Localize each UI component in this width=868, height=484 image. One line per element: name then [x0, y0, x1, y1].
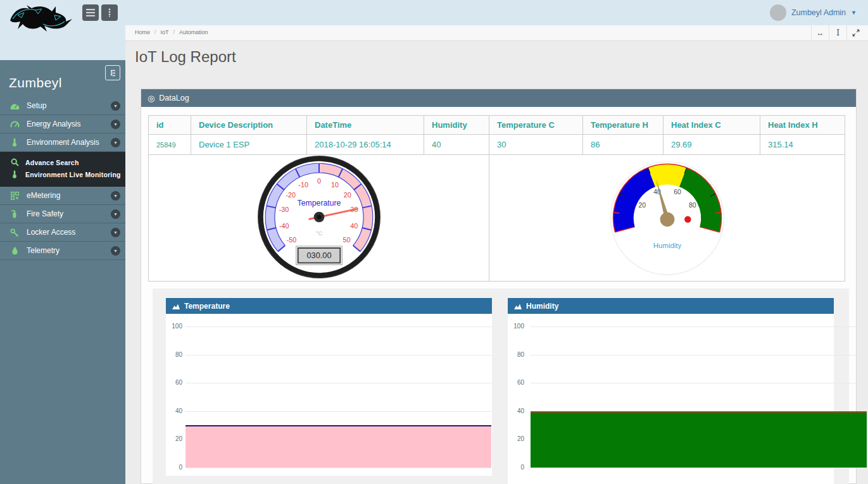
fullscreen-icon[interactable]: [846, 25, 864, 40]
sidebar-item-label: Setup: [27, 101, 46, 110]
y-tick: 100: [166, 323, 182, 330]
svg-text:-10: -10: [298, 181, 308, 189]
sidebar-item-energy-analysis[interactable]: Energy Analysis ▼: [0, 115, 125, 133]
column-header-device-description: Device Description: [191, 116, 307, 135]
sidebar-item-label: Energy Analysis: [27, 120, 80, 128]
cell-heat-index-c: 29.69: [664, 135, 760, 155]
chevron-down-icon[interactable]: ▼: [111, 120, 120, 129]
brand-name: Zumbeyl: [9, 75, 62, 90]
sidebar-subitem-label: Environment Live Monitoring: [25, 171, 121, 178]
user-menu[interactable]: Zumbeyl Admin ▼: [770, 4, 857, 22]
vertical-ibeam-icon[interactable]: I: [829, 25, 846, 40]
cell-device-description: Device 1 ESP: [191, 135, 307, 155]
gauge-icon: [9, 120, 20, 128]
chevron-down-icon[interactable]: ▼: [111, 191, 120, 201]
sidebar-item-emetering[interactable]: eMetering ▼: [0, 187, 125, 205]
breadcrumb-bar: Home / IoT / Automation ↔ I: [125, 25, 868, 41]
column-header-heat-index-c: Heat Index C: [664, 116, 760, 135]
cell-temperature-h: 86: [583, 135, 664, 155]
svg-text:20: 20: [343, 191, 351, 199]
y-tick: 20: [508, 435, 524, 442]
sidebar-item-environment-live-monitoring[interactable]: Environment Live Monitoring: [0, 168, 125, 180]
datalog-panel-header: ◎ DataLog: [141, 89, 856, 107]
column-header-temperature-h: Temperature H: [583, 116, 664, 135]
user-name: Zumbeyl Admin: [791, 8, 846, 17]
column-header-datetime: DateTime: [307, 116, 424, 135]
sidebar-brand-row: Zumbeyl: [0, 60, 125, 97]
cell-heat-index-h: 315.14: [760, 135, 845, 155]
svg-text:80: 80: [688, 202, 696, 209]
horizontal-resize-icon[interactable]: ↔: [811, 25, 829, 40]
column-header-humidity: Humidity: [424, 116, 489, 135]
y-tick: 80: [166, 351, 182, 358]
app-root: Zumbeyl Admin ▼ Zumbeyl: [0, 0, 868, 484]
svg-text:50: 50: [343, 236, 350, 244]
sidebar-item-setup[interactable]: Setup ▼: [0, 97, 125, 115]
chevron-down-icon[interactable]: ▼: [111, 101, 120, 111]
cell-temperature-c: 30: [489, 135, 583, 155]
svg-text:40: 40: [350, 222, 358, 230]
charts-panel: Temperature 100 80 60 40 20 0: [153, 289, 849, 484]
humidity-chart-header: Humidity: [508, 298, 834, 314]
sidebar-item-label: eMetering: [27, 191, 60, 200]
datalog-title: DataLog: [159, 94, 189, 102]
breadcrumb: Home / IoT / Automation: [135, 29, 208, 35]
thermometer-icon: [9, 170, 20, 178]
y-tick: 100: [508, 323, 524, 330]
gauge-title: Humidity: [653, 242, 681, 249]
y-tick: 40: [166, 407, 182, 414]
chevron-down-icon[interactable]: ▼: [111, 228, 120, 237]
sidebar-item-label: Fire Safety: [27, 209, 63, 218]
sidebar-item-label: Locker Access: [27, 228, 75, 237]
svg-text:20: 20: [638, 202, 646, 209]
svg-text:-30: -30: [279, 206, 289, 213]
sidebar-tree-toggle-button[interactable]: [105, 65, 120, 80]
chevron-down-icon[interactable]: ▼: [111, 246, 120, 256]
sidebar-item-telemetry[interactable]: Telemetry ▼: [0, 242, 125, 260]
sidebar-item-fire-safety[interactable]: Fire Safety ▼: [0, 205, 125, 223]
cell-humidity: 40: [424, 135, 489, 155]
chevron-down-icon[interactable]: ▼: [111, 138, 120, 147]
y-tick: 60: [508, 379, 524, 386]
brand-logo[interactable]: [5, 1, 76, 37]
page-title: IoT Log Report: [135, 48, 236, 66]
datalog-panel: ◎ DataLog id Device Description DateTime…: [141, 89, 857, 484]
sidebar-item-locker-access[interactable]: Locker Access ▼: [0, 223, 125, 242]
temperature-plot: 100 80 60 40 20 0: [166, 314, 492, 476]
chart-title: Humidity: [526, 302, 558, 311]
column-header-id: id: [149, 116, 191, 135]
sidebar-item-label: Telemetry: [27, 246, 60, 255]
avatar: [770, 4, 786, 21]
breadcrumb-iot[interactable]: IoT: [161, 29, 169, 35]
search-icon: [9, 158, 20, 166]
breadcrumb-current: Automation: [179, 29, 208, 35]
temperature-chart-card: Temperature 100 80 60 40 20 0: [166, 298, 492, 476]
sidebar-item-advance-search[interactable]: Advance Search: [0, 156, 125, 168]
qr-code-icon: [9, 192, 20, 200]
chevron-down-icon[interactable]: ▼: [111, 209, 120, 219]
breadcrumb-home[interactable]: Home: [135, 29, 150, 35]
target-icon: ◎: [148, 94, 154, 102]
column-header-heat-index-h: Heat Index H: [760, 116, 845, 135]
cell-id: 25849: [149, 135, 191, 155]
thermometer-icon: [9, 138, 20, 147]
svg-text:-20: -20: [286, 191, 296, 199]
gauge-unit: °C: [315, 230, 322, 237]
humidity-gauge-cell: 20 40 60 80 Humidity: [489, 155, 845, 282]
topbar-more-button[interactable]: [101, 4, 118, 21]
table-header-row: id Device Description DateTime Humidity …: [149, 116, 845, 135]
y-tick: 20: [166, 435, 182, 442]
sidebar-item-environment-analysis[interactable]: Environment Analysis ▼: [0, 133, 125, 152]
sidebar-toggle-button[interactable]: [82, 4, 99, 21]
temperature-chart-header: Temperature: [166, 298, 492, 314]
tree-icon: [109, 69, 117, 77]
gauge-row: -50 -40 -30 -20 -10 0 10 20 30 40 50: [149, 155, 845, 282]
y-tick: 60: [166, 379, 182, 386]
humidity-plot: 100 80 60 40 20 0: [508, 314, 834, 476]
topbar: Zumbeyl Admin ▼: [0, 0, 868, 25]
breadcrumb-separator: /: [173, 29, 175, 35]
y-tick: 80: [508, 351, 524, 358]
cell-datetime: 2018-10-29 16:05:14: [307, 135, 424, 155]
fire-extinguisher-icon: [9, 209, 20, 218]
sidebar-subitem-label: Advance Search: [25, 159, 79, 166]
